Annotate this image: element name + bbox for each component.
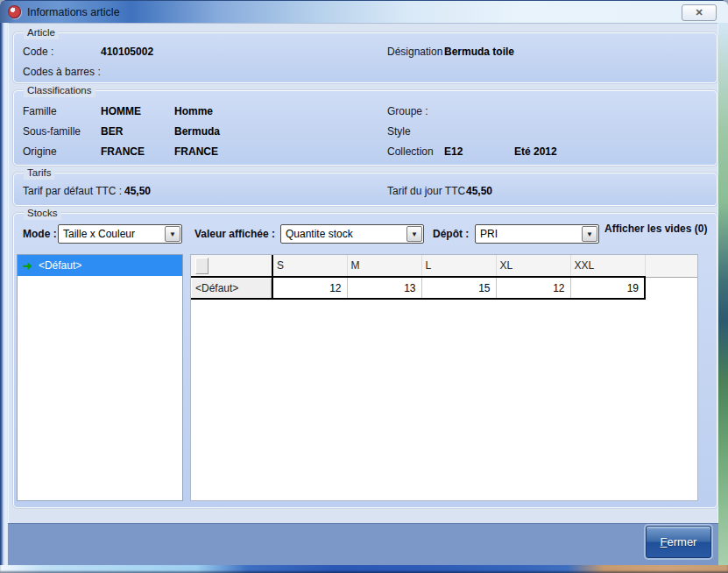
mode-select-value: Taille x Couleur: [63, 228, 135, 240]
chevron-down-icon[interactable]: ▼: [406, 226, 422, 242]
chevron-down-icon[interactable]: ▼: [582, 226, 597, 242]
depot-select[interactable]: PRI ▼: [475, 224, 599, 244]
grid-header-filler: [645, 255, 697, 277]
sous-famille-code: BER: [101, 125, 123, 138]
grid-corner-cell: [191, 255, 272, 277]
collection-name: Eté 2012: [514, 145, 557, 158]
tarif-jour-value: 45,50: [466, 185, 492, 197]
stock-cell-l: 15: [421, 277, 496, 299]
origine-name: FRANCE: [174, 145, 218, 158]
depot-select-value: PRI: [480, 228, 498, 240]
code-label: Code :: [23, 46, 53, 58]
famille-name: Homme: [174, 105, 213, 117]
column-header-s[interactable]: S: [272, 255, 347, 277]
grid-row-filler: [645, 277, 697, 299]
sous-famille-label: Sous-famille: [23, 125, 81, 138]
mode-label: Mode :: [23, 228, 57, 240]
arrow-right-icon: ➜: [23, 260, 32, 272]
title-bar[interactable]: Informations article ✕: [0, 0, 728, 23]
barcodes-label: Codes à barres :: [23, 66, 101, 78]
valeur-affichee-select-value: Quantite stock: [286, 228, 353, 240]
table-row: <Défaut> 12 13 15 12 19: [191, 277, 697, 299]
tarifs-section-label: Tarifs: [24, 166, 54, 180]
depot-label: Dépôt :: [433, 228, 469, 240]
afficher-les-vides-label: Afficher les vides (0): [604, 223, 707, 235]
famille-label: Famille: [23, 105, 57, 117]
designation-label: Désignation :: [387, 46, 449, 58]
section-tarifs: Tarifs Tarif par défaut TTC : 45,50 Tari…: [13, 173, 717, 206]
stock-cell-xl: 12: [496, 277, 570, 299]
classifications-section-label: Classifications: [24, 84, 95, 97]
article-section-label: Article: [24, 26, 59, 39]
origine-code: FRANCE: [101, 145, 145, 158]
stock-grid: S M L XL XXL <Défaut> 12 13 15 12 19: [191, 255, 697, 300]
section-article: Article Code : 410105002 Désignation : B…: [13, 32, 717, 83]
tarif-defaut-value: 45,50: [124, 185, 151, 197]
stock-cell-m: 13: [347, 277, 421, 299]
valeur-affichee-label: Valeur affichée :: [194, 228, 275, 240]
style-label: Style: [387, 125, 411, 138]
stock-grid-area: S M L XL XXL <Défaut> 12 13 15 12 19: [190, 254, 698, 501]
section-classifications: Classifications Famille HOMME Homme Grou…: [13, 90, 717, 166]
chevron-down-icon[interactable]: ▼: [165, 226, 180, 242]
window-frame-bottom: [0, 565, 728, 573]
close-icon: ✕: [695, 7, 703, 18]
grid-corner-button[interactable]: [195, 258, 209, 274]
collection-label: Collection: [387, 145, 434, 158]
famille-code: HOMME: [101, 105, 141, 117]
row-header-defaut[interactable]: <Défaut>: [191, 277, 272, 299]
stock-cell-xxl: 19: [570, 277, 645, 299]
stock-cell-s: 12: [272, 277, 347, 299]
tarif-jour-label: Tarif du jour TTC :: [387, 185, 471, 197]
column-header-l[interactable]: L: [421, 255, 496, 277]
grid-header-row: S M L XL XXL: [191, 255, 697, 277]
sous-famille-name: Bermuda: [174, 125, 220, 138]
mode-select[interactable]: Taille x Couleur ▼: [58, 224, 182, 244]
collection-code: E12: [444, 145, 463, 158]
footer-band: [8, 523, 718, 565]
window-title: Informations article: [27, 6, 120, 18]
column-header-m[interactable]: M: [347, 255, 421, 277]
informations-article-window: Informations article ✕ Article Code : 41…: [0, 0, 728, 573]
fermer-button-label: ermer: [668, 535, 697, 548]
valeur-affichee-select[interactable]: Quantite stock ▼: [280, 224, 424, 244]
tarif-defaut-label: Tarif par défaut TTC :: [23, 185, 122, 197]
stocks-section-label: Stocks: [24, 207, 61, 220]
list-item-defaut[interactable]: ➜ <Défaut>: [18, 255, 182, 276]
window-frame-left: [0, 23, 8, 565]
designation-value: Bermuda toile: [444, 46, 514, 58]
column-header-xxl[interactable]: XXL: [570, 255, 645, 277]
column-header-xl[interactable]: XL: [496, 255, 570, 277]
code-value: 410105002: [101, 46, 153, 58]
list-item-label: <Défaut>: [39, 259, 81, 272]
color-list: ➜ <Défaut>: [17, 254, 183, 501]
app-icon: [8, 5, 21, 18]
groupe-label: Groupe :: [387, 105, 428, 117]
dialog-content: Article Code : 410105002 Désignation : B…: [8, 23, 718, 565]
fermer-button[interactable]: Fermer: [646, 526, 711, 558]
close-button[interactable]: ✕: [682, 4, 717, 21]
window-frame-right: [718, 23, 728, 565]
origine-label: Origine: [23, 145, 57, 158]
fermer-button-accel: F: [661, 535, 668, 548]
section-stocks: Stocks Mode : Taille x Couleur ▼ Valeur …: [13, 213, 717, 508]
